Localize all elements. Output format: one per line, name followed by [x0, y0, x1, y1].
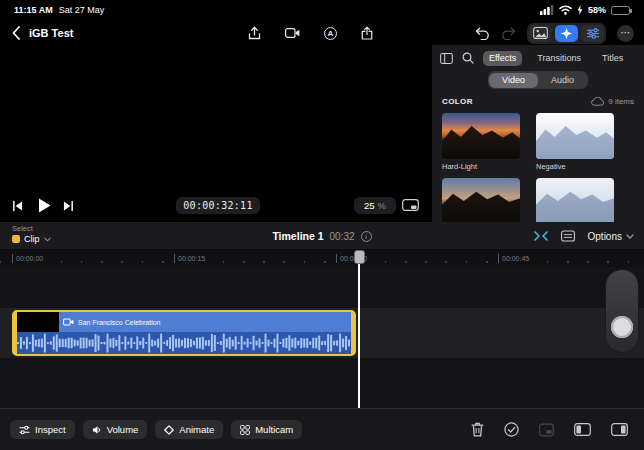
timeline-header: Select Clip Timeline 1 00:32 i Options	[0, 222, 644, 250]
tab-transitions[interactable]: Transitions	[531, 51, 587, 66]
audio-waveform	[17, 332, 351, 354]
options-label: Options	[588, 231, 622, 242]
volume-button[interactable]: Volume	[83, 420, 148, 439]
info-icon[interactable]: i	[361, 231, 372, 242]
ruler-label: 00:00:00	[12, 254, 43, 263]
options-menu[interactable]: Options	[588, 231, 634, 242]
redo-icon[interactable]	[501, 27, 516, 40]
zoom-value: 25	[364, 200, 375, 211]
effect-thumbnail-negative[interactable]	[536, 113, 614, 159]
search-icon[interactable]	[462, 52, 474, 64]
animate-button[interactable]: Animate	[155, 420, 223, 439]
bottom-toolbar: Inspect Volume Animate Multicam	[0, 408, 644, 450]
delete-icon[interactable]	[471, 422, 484, 437]
status-right: 58%	[540, 5, 630, 15]
speaker-icon	[92, 425, 102, 435]
transport-bar: 00:00:32:11 25 %	[0, 192, 432, 220]
snapping-icon[interactable]	[534, 230, 548, 242]
cellular-icon	[540, 5, 554, 15]
jog-wheel-knob[interactable]	[611, 316, 633, 338]
chevron-down-icon	[626, 234, 634, 239]
clip-menu[interactable]: Clip	[12, 234, 51, 244]
skip-to-start-button[interactable]	[12, 200, 23, 212]
status-bar: 11:15 AM Sat 27 May 58%	[0, 0, 644, 20]
annotation-icon[interactable]: A	[324, 27, 337, 40]
timeline-clip[interactable]: San Francisco Celebration	[12, 310, 356, 356]
overlay-icon[interactable]	[539, 423, 554, 437]
more-menu-icon[interactable]: ⋯	[617, 25, 634, 42]
tab-titles[interactable]: Titles	[596, 51, 629, 66]
camera-icon[interactable]	[285, 28, 300, 38]
clip-thumbnail	[17, 312, 59, 332]
clip-name: San Francisco Celebration	[78, 319, 161, 326]
check-circle-icon[interactable]	[504, 422, 519, 437]
effect-thumbnail[interactable]	[536, 178, 614, 222]
playhead[interactable]	[358, 250, 360, 408]
export-icon[interactable]	[248, 26, 261, 40]
project-title: iGB Test	[29, 27, 73, 39]
effect-item[interactable]: Hard-Light	[442, 113, 520, 171]
viewer	[0, 46, 432, 192]
chevron-down-icon	[44, 237, 51, 242]
status-left: 11:15 AM Sat 27 May	[14, 5, 104, 15]
charging-bolt-icon	[577, 5, 583, 15]
share-icon[interactable]	[361, 26, 373, 40]
cloud-download-icon	[591, 97, 604, 106]
jog-wheel[interactable]	[605, 269, 639, 353]
effect-item[interactable]	[442, 178, 520, 222]
battery-icon	[611, 6, 630, 15]
timeline-title: Timeline 1	[272, 230, 323, 242]
effect-item[interactable]: Negative	[536, 113, 614, 171]
playhead-handle[interactable]	[354, 250, 365, 264]
timeline-ruler[interactable]: 00:00:00 00:00:15 00:00:30 00:00:45	[0, 250, 644, 267]
segment-audio[interactable]: Audio	[538, 73, 587, 88]
clip-menu-label: Clip	[24, 234, 40, 244]
ruler-label: 00:00:45	[498, 254, 529, 263]
media-browser-icon[interactable]	[529, 25, 552, 42]
tab-background[interactable]: Background	[638, 51, 644, 66]
effects-grid: Hard-Light Negative	[442, 113, 644, 222]
download-count[interactable]: 9 items	[591, 97, 634, 106]
timeline-tracks: San Francisco Celebration	[0, 267, 644, 408]
timecode-display[interactable]: 00:00:32:11	[176, 197, 260, 214]
undo-icon[interactable]	[475, 27, 490, 40]
items-count-label: 9 items	[608, 97, 634, 106]
effects-browser-icon[interactable]	[555, 25, 578, 42]
effect-thumbnail[interactable]	[442, 178, 520, 222]
viewer-toolbar: A	[248, 20, 373, 46]
skip-to-end-button[interactable]	[63, 200, 74, 212]
volume-label: Volume	[107, 424, 139, 435]
browser-toggle-group	[527, 23, 606, 44]
multicam-label: Multicam	[255, 424, 293, 435]
effect-thumbnail-hard-light[interactable]	[442, 113, 520, 159]
animate-label: Animate	[179, 424, 214, 435]
zoom-control[interactable]: 25 %	[354, 197, 396, 214]
media-type-segmented-control: Video Audio	[488, 71, 589, 89]
back-button[interactable]	[12, 26, 20, 40]
tab-effects[interactable]: Effects	[483, 51, 522, 66]
multicam-button[interactable]: Multicam	[231, 420, 302, 439]
display-output-icon[interactable]	[402, 199, 419, 212]
clip-appearance-icon[interactable]	[561, 230, 575, 242]
play-button[interactable]	[38, 198, 51, 213]
nav-right-toolbar: ⋯	[475, 20, 634, 46]
split-view-left-icon[interactable]	[574, 423, 591, 436]
inspect-button[interactable]: Inspect	[10, 420, 75, 439]
inspect-icon	[19, 425, 30, 435]
segment-video[interactable]: Video	[489, 73, 538, 88]
inspect-label: Inspect	[35, 424, 66, 435]
split-view-right-icon[interactable]	[611, 423, 628, 436]
clip-audio-strip	[17, 332, 351, 354]
battery-percent: 58%	[588, 5, 606, 15]
multicam-icon	[240, 425, 250, 435]
browser-tabs: Effects Transitions Titles Background	[483, 51, 644, 66]
effect-label: Negative	[536, 162, 614, 171]
effect-item[interactable]	[536, 178, 614, 222]
sidebar-toggle-icon[interactable]	[440, 53, 453, 64]
effect-label: Hard-Light	[442, 162, 520, 171]
timeline-duration: 00:32	[330, 231, 355, 242]
keyframe-icon	[164, 425, 174, 435]
inspector-icon[interactable]	[581, 25, 604, 42]
zoom-unit: %	[378, 200, 386, 211]
clip-color-icon	[12, 235, 20, 243]
